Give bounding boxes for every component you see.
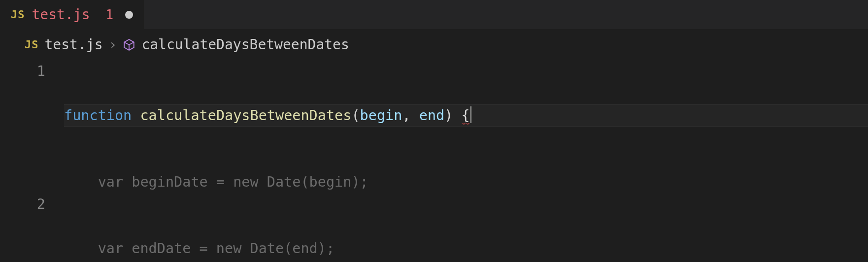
unsaved-dot-icon: [125, 11, 133, 19]
breadcrumb-symbol[interactable]: calculateDaysBetweenDates: [141, 36, 349, 53]
line-number-gutter: 1 2: [0, 60, 64, 262]
line-number: [0, 104, 45, 127]
code-editor[interactable]: 1 2 function calculateDaysBetweenDates(b…: [0, 60, 868, 262]
ghost-line: var endDate = new Date(end);: [64, 237, 868, 260]
code-line-1[interactable]: function calculateDaysBetweenDates(begin…: [64, 104, 868, 127]
active-line-highlight: [64, 104, 868, 127]
js-file-icon: JS: [25, 38, 39, 51]
tab-problem-count: 1: [106, 7, 114, 22]
ghost-suggestion-text: var beginDate = new Date(begin);: [64, 174, 368, 190]
breadcrumb-file[interactable]: test.js: [45, 36, 103, 53]
ghost-suggestion-text: var endDate = new Date(end);: [64, 240, 334, 257]
ghost-line: var beginDate = new Date(begin);: [64, 171, 868, 193]
breadcrumb[interactable]: JS test.js › calculateDaysBetweenDates: [0, 30, 868, 60]
chevron-right-icon: ›: [109, 36, 117, 53]
tab-test-js[interactable]: JS test.js 1: [0, 0, 144, 29]
line-number: 2: [0, 193, 45, 215]
tab-filename: test.js: [32, 6, 90, 23]
line-number: [0, 82, 45, 104]
line-number: 1: [0, 60, 45, 82]
tab-bar: JS test.js 1: [0, 0, 868, 30]
js-file-icon: JS: [11, 8, 25, 21]
line-number: [0, 127, 45, 149]
symbol-method-icon: [123, 38, 135, 51]
line-number: [0, 171, 45, 193]
code-content[interactable]: function calculateDaysBetweenDates(begin…: [64, 60, 868, 262]
line-number: [0, 149, 45, 171]
